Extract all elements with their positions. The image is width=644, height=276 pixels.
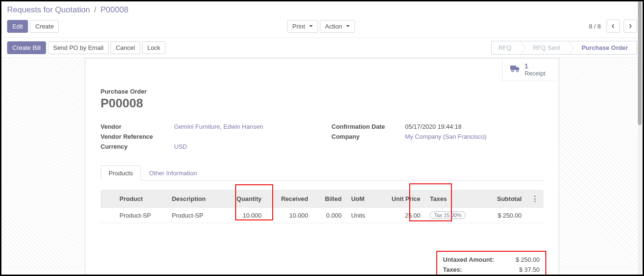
truck-icon xyxy=(510,65,520,75)
statusbar-row: Create Bill Send PO by Email Cancel Lock… xyxy=(1,38,643,58)
cell-subtotal: $ 250.00 xyxy=(483,208,526,223)
po-type-label: Purchase Order xyxy=(101,88,543,95)
th-description[interactable]: Description xyxy=(167,190,222,208)
svg-point-0 xyxy=(512,70,514,72)
form-sheet: 1 Receipt Purchase Order P00008 Vendor G… xyxy=(85,58,559,276)
th-uom[interactable]: UoM xyxy=(346,190,376,208)
th-received[interactable]: Received xyxy=(267,190,313,208)
table-row[interactable]: Product-SP Product-SP 10.000 10.000 0.00… xyxy=(101,208,543,223)
receipt-stat-button[interactable]: 1 Receipt xyxy=(502,58,559,81)
content-area: 1 Receipt Purchase Order P00008 Vendor G… xyxy=(1,58,643,270)
cell-uom: Units xyxy=(346,208,376,223)
cell-quantity: 10.000 xyxy=(222,208,267,223)
cell-unit-price: 25.00 xyxy=(377,208,425,223)
action-dropdown[interactable]: Action xyxy=(320,20,355,33)
breadcrumb-parent[interactable]: Requests for Quotation xyxy=(7,5,90,14)
order-lines-table: Product Description Quantity Received Bi… xyxy=(101,190,543,223)
tax-pill: Tax 15.00% xyxy=(430,211,465,219)
chevron-right-icon xyxy=(628,24,633,29)
th-billed[interactable]: Billed xyxy=(313,190,347,208)
tab-other-information[interactable]: Other Information xyxy=(141,165,205,181)
th-subtotal[interactable]: Subtotal xyxy=(483,190,526,208)
th-taxes[interactable]: Taxes xyxy=(425,190,483,208)
company-link[interactable]: My Company (San Francisco) xyxy=(405,133,487,140)
receipt-count: 1 xyxy=(524,62,545,70)
company-label: Company xyxy=(331,133,405,140)
send-po-button[interactable]: Send PO by Email xyxy=(48,41,109,54)
pager-prev-button[interactable] xyxy=(607,19,620,33)
caret-down-icon xyxy=(346,25,350,27)
breadcrumb-separator: / xyxy=(94,5,97,14)
create-bill-button[interactable]: Create Bill xyxy=(7,41,46,54)
print-dropdown[interactable]: Print xyxy=(287,20,318,33)
cell-received: 10.000 xyxy=(267,208,313,223)
cell-product: Product-SP xyxy=(115,208,167,223)
currency-link[interactable]: USD xyxy=(174,143,187,150)
th-unit-price[interactable]: Unit Price xyxy=(377,190,425,208)
receipt-label: Receipt xyxy=(524,70,545,77)
tabs: Products Other Information xyxy=(101,165,543,181)
caret-down-icon xyxy=(309,25,313,27)
pager: 8 / 8 xyxy=(589,23,601,30)
chevron-left-icon xyxy=(611,24,616,29)
cancel-button[interactable]: Cancel xyxy=(110,41,140,54)
create-button[interactable]: Create xyxy=(30,20,59,33)
lock-button[interactable]: Lock xyxy=(142,41,166,54)
conf-date-label: Confirmation Date xyxy=(331,123,405,130)
status-step-rfq[interactable]: RFQ xyxy=(491,41,520,55)
pager-next-button[interactable] xyxy=(624,19,637,33)
cell-description: Product-SP xyxy=(167,208,222,223)
status-step-purchase-order[interactable]: Purchase Order xyxy=(569,41,637,55)
toolbar: Edit Create Print Action 8 / 8 xyxy=(1,17,643,38)
svg-point-1 xyxy=(516,70,518,72)
edit-button[interactable]: Edit xyxy=(7,20,28,33)
vendor-link[interactable]: Gemini Furniture, Edwin Hansen xyxy=(174,123,263,130)
breadcrumb: Requests for Quotation / P00008 xyxy=(1,1,643,17)
highlight-totals xyxy=(436,251,546,276)
status-step-rfq-sent[interactable]: RFQ Sent xyxy=(521,41,570,55)
table-header-row: Product Description Quantity Received Bi… xyxy=(101,190,543,208)
tab-products[interactable]: Products xyxy=(101,165,141,181)
th-quantity[interactable]: Quantity xyxy=(222,190,267,208)
cell-billed: 0.000 xyxy=(313,208,347,223)
breadcrumb-current: P00008 xyxy=(101,5,129,14)
currency-label: Currency xyxy=(101,143,174,150)
scrollbar-thumb[interactable] xyxy=(638,1,642,125)
totals: Untaxed Amount: $ 250.00 Taxes: $ 37.50 xyxy=(101,252,543,276)
conf-date-value: 05/17/2020 19:44:18 xyxy=(405,123,543,130)
kebab-icon[interactable]: ⋮ xyxy=(531,195,539,203)
th-product[interactable]: Product xyxy=(115,190,167,208)
vendor-ref-value xyxy=(174,133,313,140)
po-name: P00008 xyxy=(101,96,543,111)
scrollbar-track[interactable] xyxy=(638,1,642,275)
vendor-label: Vendor xyxy=(101,123,174,130)
vendor-ref-label: Vendor Reference xyxy=(101,133,174,140)
cell-taxes: Tax 15.00% xyxy=(425,208,483,223)
